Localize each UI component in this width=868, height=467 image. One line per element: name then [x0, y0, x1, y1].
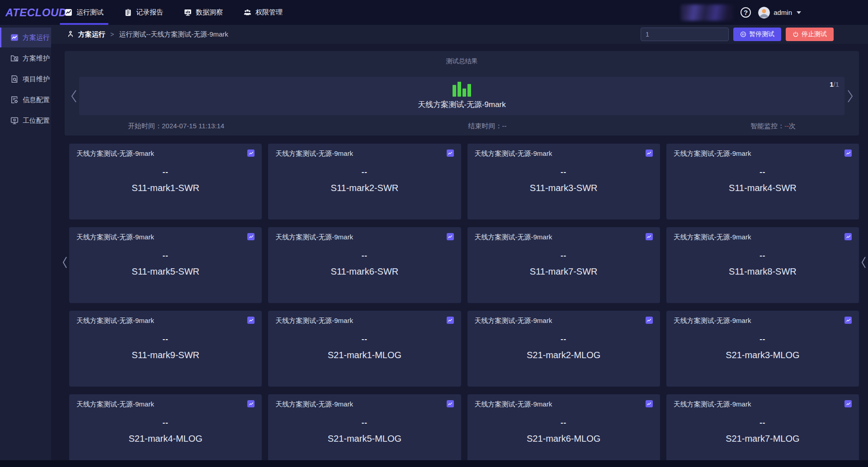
result-card[interactable]: 天线方案测试-无源-9mark--S11-mark8-SWR [666, 227, 859, 303]
loop-count-input[interactable] [641, 28, 729, 41]
open-chart-icon[interactable] [247, 233, 255, 240]
pause-test-label: 暂停测试 [749, 30, 774, 38]
open-chart-icon[interactable] [447, 233, 454, 240]
card-value: -- [275, 168, 453, 177]
result-card[interactable]: 天线方案测试-无源-9mark--S21-mark6-MLOG [467, 394, 660, 467]
chevron-down-icon [797, 11, 801, 14]
card-value: -- [275, 251, 453, 260]
report-icon [124, 9, 132, 16]
open-chart-icon[interactable] [646, 317, 653, 324]
doc-gear-icon [10, 96, 19, 104]
sidebar-item-4[interactable]: 信息配置 [0, 90, 51, 110]
main-area: 方案运行 > 运行测试--天线方案测试-无源-9mark 暂停测试 停止测试 [51, 25, 868, 467]
card-header: 天线方案测试-无源-9mark [475, 400, 653, 409]
nav-tab-4[interactable]: 权限管理 [233, 0, 293, 25]
sidebar-item-1[interactable]: 方案运行 [0, 28, 51, 47]
result-card[interactable]: 天线方案测试-无源-9mark--S21-mark4-MLOG [69, 394, 262, 467]
open-chart-icon[interactable] [844, 149, 852, 157]
card-header: 天线方案测试-无源-9mark [674, 400, 852, 409]
navbar-right: ? admin [681, 5, 868, 21]
open-chart-icon[interactable] [247, 149, 255, 157]
carousel-slide[interactable]: 天线方案测试-无源-9mark 1/1 [79, 77, 844, 115]
sidebar-item-3[interactable]: 项目维护 [0, 69, 51, 89]
nav-tab-label: 权限管理 [255, 8, 283, 17]
card-header: 天线方案测试-无源-9mark [475, 149, 653, 158]
open-chart-icon[interactable] [447, 317, 454, 324]
card-value: -- [475, 418, 653, 427]
test-summary-panel: 测试总结果 天线方案测试-无源-9mark 1/1 开始时间：202 [65, 51, 859, 135]
plan-run-breadcrumb-icon [67, 31, 74, 38]
result-card[interactable]: 天线方案测试-无源-9mark--S21-mark1-MLOG [268, 311, 461, 387]
pause-test-button[interactable]: 暂停测试 [733, 28, 781, 41]
user-menu[interactable]: admin [758, 7, 801, 19]
content: 测试总结果 天线方案测试-无源-9mark 1/1 开始时间：202 [51, 44, 868, 467]
result-card[interactable]: 天线方案测试-无源-9mark--S21-mark7-MLOG [666, 394, 859, 467]
sidebar-item-label: 方案维护 [23, 54, 50, 63]
start-time: 开始时间：2024-07-15 11:13:14 [128, 122, 224, 131]
card-value: -- [674, 418, 852, 427]
bar [467, 84, 471, 97]
card-header: 天线方案测试-无源-9mark [674, 149, 852, 158]
open-chart-icon[interactable] [844, 233, 852, 240]
card-label: S21-mark4-MLOG [76, 434, 255, 444]
result-card[interactable]: 天线方案测试-无源-9mark--S11-mark6-SWR [268, 227, 461, 303]
nav-tab-2[interactable]: 记录报告 [114, 0, 174, 25]
breadcrumb: 方案运行 > 运行测试--天线方案测试-无源-9mark [67, 30, 228, 39]
sidebar-item-label: 方案运行 [23, 33, 50, 42]
nav-tab-1[interactable]: 运行测试 [54, 0, 114, 25]
carousel-prev-icon[interactable] [68, 89, 79, 103]
card-title: 天线方案测试-无源-9mark [76, 233, 154, 242]
result-card[interactable]: 天线方案测试-无源-9mark--S11-mark7-SWR [467, 227, 660, 303]
open-chart-icon[interactable] [247, 317, 255, 324]
breadcrumb-current: 运行测试--天线方案测试-无源-9mark [119, 30, 228, 39]
result-card[interactable]: 天线方案测试-无源-9mark--S21-mark2-MLOG [467, 311, 660, 387]
result-card[interactable]: 天线方案测试-无源-9mark--S11-mark3-SWR [467, 144, 660, 219]
result-card[interactable]: 天线方案测试-无源-9mark--S11-mark1-SWR [69, 144, 262, 219]
card-value: -- [674, 335, 852, 344]
card-value: -- [674, 251, 852, 260]
sidebar-item-5[interactable]: 工位配置 [0, 111, 51, 131]
result-card[interactable]: 天线方案测试-无源-9mark--S11-mark9-SWR [69, 311, 262, 387]
page-total: 1 [835, 80, 839, 88]
open-chart-icon[interactable] [844, 400, 852, 407]
bar [458, 82, 461, 97]
expand-right-panel-icon[interactable] [861, 256, 867, 269]
summary-times-row: 开始时间：2024-07-15 11:13:14 结束时间：-- 智能监控：--… [128, 122, 796, 131]
help-icon[interactable]: ? [741, 7, 751, 18]
avatar [758, 7, 770, 19]
open-chart-icon[interactable] [646, 400, 653, 407]
open-chart-icon[interactable] [646, 233, 653, 240]
card-label: S21-mark3-MLOG [674, 350, 852, 360]
result-card[interactable]: 天线方案测试-无源-9mark--S11-mark4-SWR [666, 144, 859, 219]
breadcrumb-root[interactable]: 方案运行 [78, 30, 105, 39]
open-chart-icon[interactable] [247, 400, 255, 407]
carousel-next-icon[interactable] [844, 89, 855, 103]
card-header: 天线方案测试-无源-9mark [76, 400, 255, 409]
open-chart-icon[interactable] [646, 149, 653, 157]
open-chart-icon[interactable] [447, 400, 454, 407]
nav-tab-3[interactable]: 数据洞察 [174, 0, 233, 25]
sidebar-item-2[interactable]: 方案维护 [0, 48, 51, 68]
folder-search-icon [10, 54, 19, 62]
nav-tab-label: 记录报告 [136, 8, 163, 17]
sidebar-item-label: 工位配置 [23, 117, 50, 125]
start-time-label: 开始时间： [128, 122, 162, 130]
smart-monitor-unit: 次 [789, 122, 796, 130]
card-value: -- [275, 335, 453, 344]
result-card[interactable]: 天线方案测试-无源-9mark--S21-mark5-MLOG [268, 394, 461, 467]
bar [462, 89, 466, 97]
result-card[interactable]: 天线方案测试-无源-9mark--S11-mark5-SWR [69, 227, 262, 303]
summary-panel-title: 测试总结果 [65, 51, 859, 65]
result-card[interactable]: 天线方案测试-无源-9mark--S11-mark2-SWR [268, 144, 461, 219]
open-chart-icon[interactable] [844, 317, 852, 324]
stop-test-button[interactable]: 停止测试 [786, 28, 834, 41]
card-label: S11-mark4-SWR [674, 183, 852, 193]
open-chart-icon[interactable] [447, 149, 454, 157]
app-window: ATECLOUD 运行测试记录报告数据洞察权限管理 ? admin 方案运行方案… [0, 0, 868, 467]
result-card[interactable]: 天线方案测试-无源-9mark--S21-mark3-MLOG [666, 311, 859, 387]
card-header: 天线方案测试-无源-9mark [475, 317, 653, 325]
card-title: 天线方案测试-无源-9mark [674, 400, 751, 409]
card-label: S21-mark5-MLOG [275, 434, 453, 444]
collapse-left-panel-icon[interactable] [62, 256, 68, 269]
end-time-value: -- [502, 122, 507, 130]
